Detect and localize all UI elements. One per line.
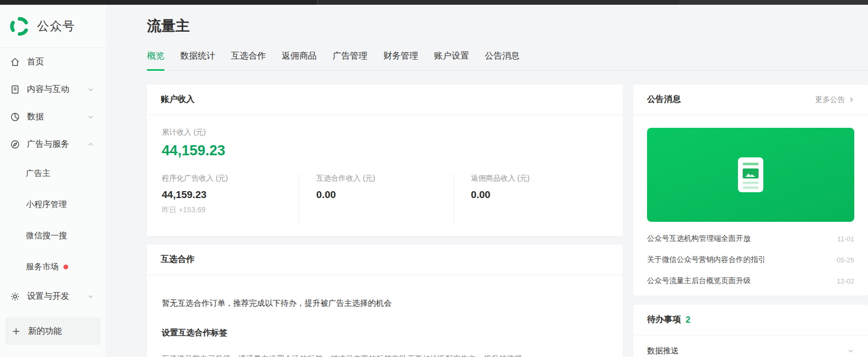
sidebar-item-label: 首页 <box>27 57 44 68</box>
chevron-down-icon <box>87 293 94 300</box>
announcement-date: 11-01 <box>837 235 854 243</box>
sidebar-submenu: 广告主 小程序管理 微信搜一搜 服务市场 <box>0 158 106 283</box>
income-col-programmatic-ads: 程序化广告收入 (元) 44,159.23 昨日 +153.69 <box>162 174 299 222</box>
cooperation-desc-line1: 互选选号能力已升级，请流量主设置合适的标签，精准且丰富的标签有助于更好地匹配广告… <box>162 350 527 357</box>
page-title: 流量主 <box>147 16 868 35</box>
sidebar-subitem-miniprogram[interactable]: 小程序管理 <box>0 189 106 220</box>
total-income-block: 累计收入 (元) 44,159.23 <box>162 128 608 159</box>
sidebar-item-label: 新的功能 <box>28 326 62 337</box>
income-col-value: 44,159.23 <box>162 189 299 201</box>
tab-data-statistics[interactable]: 数据统计 <box>180 50 215 70</box>
tab-overview[interactable]: 概览 <box>147 50 164 70</box>
tab-finance-management[interactable]: 财务管理 <box>383 50 418 70</box>
todo-header: 待办事项 2 <box>633 305 868 335</box>
chevron-down-icon <box>847 347 854 354</box>
document-icon <box>10 84 20 95</box>
more-announcements-link[interactable]: 更多公告 <box>815 95 854 105</box>
todo-card: 待办事项 2 数据推送 <box>633 305 868 357</box>
home-icon <box>10 57 20 67</box>
income-col-mutual-cooperation: 互选合作收入 (元) 0.00 <box>299 174 453 222</box>
plus-icon <box>11 326 21 336</box>
announcement-item[interactable]: 关于微信公众号营销内容合作的指引 05-25 <box>647 249 854 270</box>
total-income-label: 累计收入 (元) <box>162 128 608 137</box>
sidebar-item-label: 内容与互动 <box>27 84 69 95</box>
main-area: 流量主 概览 数据统计 互选合作 返佣商品 广告管理 财务管理 账户设置 公告消… <box>106 5 868 357</box>
pie-chart-icon <box>10 111 20 122</box>
announcement-text: 公众号流量主后台概览页面升级 <box>647 276 751 286</box>
income-breakdown: 程序化广告收入 (元) 44,159.23 昨日 +153.69 互选合作收入 … <box>162 174 608 222</box>
tab-mutual-cooperation[interactable]: 互选合作 <box>231 50 266 70</box>
announcement-date: 12-02 <box>837 277 854 285</box>
announcements-header: 公告消息 更多公告 <box>633 84 868 115</box>
sidebar-subitem-advertiser[interactable]: 广告主 <box>0 158 106 189</box>
announcement-item[interactable]: 公众号互选机构管理端全面开放 11-01 <box>647 228 854 249</box>
cooperation-todo-title: 设置互选合作标签 <box>162 327 608 339</box>
announcement-list: 公众号互选机构管理端全面开放 11-01 关于微信公众号营销内容合作的指引 05… <box>647 228 854 292</box>
left-column: 账户收入 累计收入 (元) 44,159.23 程序化广告收入 (元) 44,1… <box>147 84 623 357</box>
announcement-text: 公众号互选机构管理端全面开放 <box>647 234 751 243</box>
todo-item-label: 数据推送 <box>647 346 679 356</box>
announcement-text: 关于微信公众号营销内容合作的指引 <box>647 255 765 265</box>
income-col-yesterday-delta: 昨日 +153.69 <box>162 205 299 215</box>
todo-count-badge: 2 <box>686 315 690 325</box>
logo-text: 公众号 <box>37 18 75 34</box>
content-area: 账户收入 累计收入 (元) 44,159.23 程序化广告收入 (元) 44,1… <box>147 84 868 357</box>
browser-chrome-strip <box>0 0 868 5</box>
sidebar-item-content[interactable]: 内容与互动 <box>0 76 106 103</box>
income-card-title: 账户收入 <box>147 84 623 115</box>
more-announcements-label: 更多公告 <box>815 95 845 105</box>
announcements-body: 公众号互选机构管理端全面开放 11-01 关于微信公众号营销内容合作的指引 05… <box>633 115 868 296</box>
browser-chrome-right <box>679 0 868 5</box>
sidebar-item-home[interactable]: 首页 <box>0 48 106 76</box>
sidebar-subitem-label: 微信搜一搜 <box>26 230 67 241</box>
tab-bar: 概览 数据统计 互选合作 返佣商品 广告管理 财务管理 账户设置 公告消息 <box>147 50 868 71</box>
wechat-mp-logo-icon <box>9 16 30 37</box>
announcement-item[interactable]: 公众号流量主后台概览页面升级 12-02 <box>647 270 854 292</box>
sidebar-item-data[interactable]: 数据 <box>0 103 106 130</box>
sidebar-item-ads-services[interactable]: 广告与服务 <box>0 130 106 158</box>
article-document-icon <box>738 157 763 192</box>
logo-row: 公众号 <box>0 5 106 48</box>
sidebar-item-label: 设置与开发 <box>27 291 69 302</box>
tab-announcements[interactable]: 公告消息 <box>485 50 520 70</box>
chevron-down-icon <box>87 114 94 120</box>
app-window: 公众号 首页 内容与互动 <box>0 5 868 357</box>
sidebar-subitem-service-market[interactable]: 服务市场 <box>0 251 106 283</box>
todo-item-data-push[interactable]: 数据推送 <box>633 335 868 357</box>
sidebar-subitem-search[interactable]: 微信搜一搜 <box>0 220 106 251</box>
todo-title: 待办事项 <box>647 314 681 325</box>
income-card: 账户收入 累计收入 (元) 44,159.23 程序化广告收入 (元) 44,1… <box>147 84 623 236</box>
chevron-right-icon <box>848 97 854 102</box>
announcements-title: 公告消息 <box>647 94 681 105</box>
cooperation-card-body: 暂无互选合作订单，推荐完成以下待办，提升被广告主选择的机会 设置互选合作标签 互… <box>147 275 623 357</box>
cooperation-empty-text: 暂无互选合作订单，推荐完成以下待办，提升被广告主选择的机会 <box>162 298 608 308</box>
income-col-value: 0.00 <box>316 189 453 201</box>
gear-icon <box>10 291 20 302</box>
cooperation-desc: 互选选号能力已升级，请流量主设置合适的标签，精准且丰富的标签有助于更好地匹配广告… <box>162 350 527 357</box>
income-col-rebate-goods: 返佣商品收入 (元) 0.00 <box>454 174 608 222</box>
announcement-banner[interactable] <box>647 128 854 222</box>
tab-rebate-goods[interactable]: 返佣商品 <box>282 50 317 70</box>
compass-icon <box>10 139 20 149</box>
income-col-label: 程序化广告收入 (元) <box>162 174 299 183</box>
total-income-value: 44,159.23 <box>162 143 608 159</box>
sidebar-subitem-label: 服务市场 <box>26 261 59 273</box>
chevron-up-icon <box>87 141 94 148</box>
sidebar: 公众号 首页 内容与互动 <box>0 5 106 357</box>
sidebar-item-settings-dev[interactable]: 设置与开发 <box>0 283 106 310</box>
sidebar-nav: 首页 内容与互动 数据 <box>0 48 106 345</box>
sidebar-item-label: 数据 <box>27 111 44 123</box>
income-col-label: 互选合作收入 (元) <box>316 174 453 183</box>
income-col-value: 0.00 <box>471 189 608 201</box>
sidebar-subitem-label: 广告主 <box>26 168 51 179</box>
income-card-body: 累计收入 (元) 44,159.23 程序化广告收入 (元) 44,159.23… <box>147 115 623 236</box>
tab-ad-management[interactable]: 广告管理 <box>333 50 367 70</box>
cooperation-card-title: 互选合作 <box>147 245 623 275</box>
sidebar-item-new-feature[interactable]: 新的功能 <box>5 317 100 345</box>
announcements-card: 公告消息 更多公告 <box>633 84 868 296</box>
income-col-label: 返佣商品收入 (元) <box>471 174 608 183</box>
sidebar-item-label: 广告与服务 <box>27 139 69 150</box>
tab-account-settings[interactable]: 账户设置 <box>434 50 469 70</box>
right-column: 公告消息 更多公告 <box>633 84 868 357</box>
cooperation-card: 互选合作 暂无互选合作订单，推荐完成以下待办，提升被广告主选择的机会 设置互选合… <box>147 245 623 357</box>
